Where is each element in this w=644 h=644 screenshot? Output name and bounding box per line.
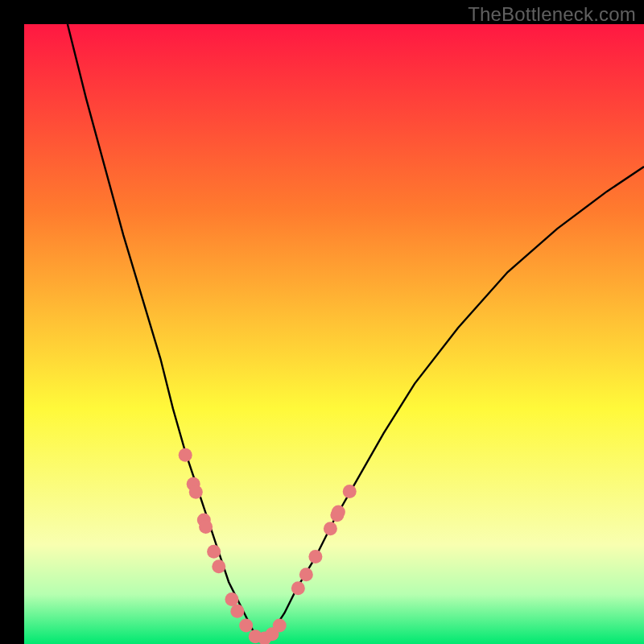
- data-point: [207, 545, 221, 559]
- chart-svg: [24, 24, 644, 644]
- data-point: [230, 605, 244, 618]
- data-point: [343, 485, 357, 498]
- data-point: [199, 520, 213, 534]
- data-point: [189, 485, 203, 499]
- data-point: [308, 550, 322, 564]
- chart-background: [24, 24, 644, 644]
- data-point: [291, 581, 305, 595]
- data-point: [225, 592, 238, 606]
- data-point: [239, 618, 253, 632]
- data-point: [212, 559, 225, 573]
- chart-frame: TheBottleneck.com: [0, 0, 644, 644]
- data-point: [273, 618, 287, 632]
- chart-plot-area: [24, 24, 644, 644]
- watermark-text: TheBottleneck.com: [468, 3, 636, 26]
- data-point: [332, 505, 345, 518]
- data-point: [179, 448, 192, 462]
- data-point: [299, 568, 313, 581]
- data-point: [324, 522, 337, 535]
